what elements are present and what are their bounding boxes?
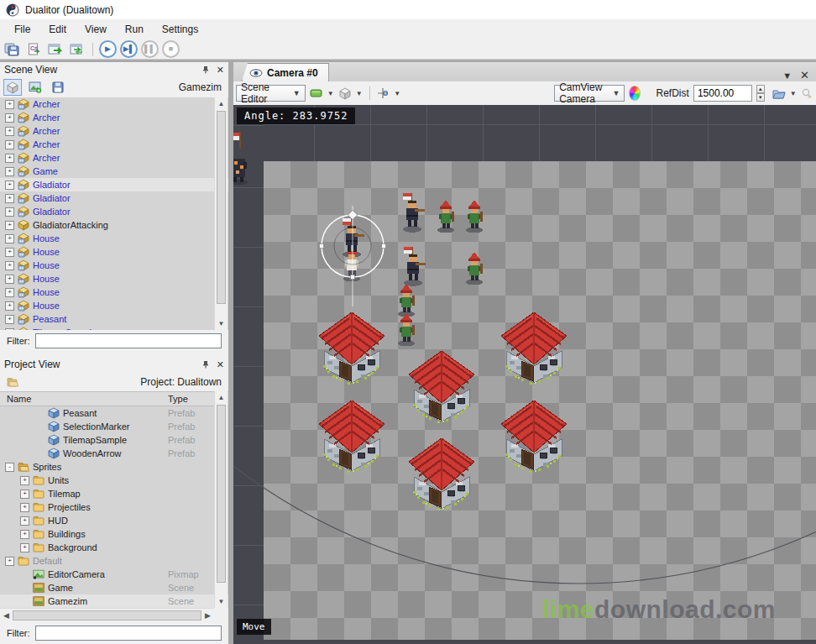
- expander-plus-icon[interactable]: +: [20, 476, 29, 485]
- expander-plus-icon[interactable]: +: [20, 516, 29, 526]
- project-tree-row[interactable]: SelectionMarkerPrefab: [0, 420, 228, 433]
- scene-tree-row[interactable]: +Archer: [0, 124, 228, 138]
- dropdown-caret-icon[interactable]: ▼: [394, 90, 400, 97]
- project-tree-row[interactable]: +Buildings: [0, 527, 228, 541]
- project-tree-row[interactable]: +Units: [0, 474, 228, 487]
- background-color-picker[interactable]: [629, 86, 640, 101]
- scrollbar-thumb[interactable]: [217, 405, 226, 583]
- project-tree-row[interactable]: +Background: [0, 541, 228, 554]
- pin-icon[interactable]: [201, 360, 210, 369]
- run-sandbox-button[interactable]: ▶: [99, 40, 117, 58]
- expander-plus-icon[interactable]: +: [5, 315, 14, 324]
- menu-run[interactable]: Run: [116, 20, 153, 39]
- scene-tree-row[interactable]: +House: [0, 299, 228, 312]
- dropdown-caret-icon[interactable]: ▼: [327, 90, 334, 97]
- scrollbar-thumb[interactable]: [217, 111, 226, 304]
- column-name[interactable]: Name: [0, 394, 31, 404]
- expander-plus-icon[interactable]: +: [5, 100, 14, 109]
- close-icon[interactable]: ✕: [217, 360, 224, 369]
- refdist-spinner[interactable]: ▲ ▼: [756, 85, 765, 102]
- expander-plus-icon[interactable]: +: [5, 301, 14, 311]
- project-hscrollbar[interactable]: ◀ ▶: [0, 608, 214, 621]
- expander-plus-icon[interactable]: +: [5, 275, 14, 284]
- expander-plus-icon[interactable]: +: [5, 140, 14, 149]
- scene-tree-scrollbar[interactable]: ▲ ▼: [214, 97, 228, 330]
- stop-sandbox-button[interactable]: ■: [162, 40, 180, 58]
- project-tree-row[interactable]: WoodenArrowPrefab: [0, 447, 228, 460]
- scene-tree-row[interactable]: +Gladiator: [0, 191, 228, 205]
- scene-tree-row[interactable]: +Archer: [0, 138, 228, 151]
- project-tree-row[interactable]: -Sprites: [0, 460, 228, 474]
- scene-tree-row[interactable]: +Archer: [0, 97, 228, 111]
- refdist-input[interactable]: [693, 85, 752, 102]
- snap-grid-button[interactable]: [376, 85, 390, 102]
- project-tree-row[interactable]: PeasantPrefab: [0, 406, 228, 420]
- scroll-down-icon[interactable]: ▼: [215, 317, 228, 330]
- project-tree-row[interactable]: TilemapSamplePrefab: [0, 433, 228, 447]
- expander-plus-icon[interactable]: +: [5, 248, 14, 257]
- project-tree-row[interactable]: GamezimScene: [0, 594, 228, 608]
- scene-filter-input[interactable]: [35, 333, 222, 348]
- project-tree-row[interactable]: EditorCameraPixmap: [0, 568, 228, 581]
- scroll-down-icon[interactable]: ▼: [215, 595, 228, 608]
- spin-down-icon[interactable]: ▼: [756, 93, 765, 102]
- project-tree-row[interactable]: +Projectiles: [0, 500, 228, 514]
- expander-plus-icon[interactable]: +: [5, 181, 14, 190]
- gameobject-mode-button[interactable]: [3, 79, 22, 96]
- scene-tree-row[interactable]: +House: [0, 232, 228, 245]
- scene-tree-row[interactable]: +Peasant: [0, 312, 228, 326]
- pin-icon[interactable]: [201, 65, 210, 74]
- expander-plus-icon[interactable]: +: [5, 113, 14, 123]
- publish-game-button[interactable]: [46, 41, 65, 58]
- menu-edit[interactable]: Edit: [39, 20, 76, 39]
- project-filter-input[interactable]: [35, 626, 222, 641]
- menu-settings[interactable]: Settings: [153, 20, 207, 39]
- scene-tree-row[interactable]: +Gladiator: [0, 205, 228, 218]
- scene-tree-row[interactable]: +Archer: [0, 111, 228, 124]
- tab-list-dropdown-icon[interactable]: ▼: [782, 71, 792, 81]
- scene-viewport[interactable]: Angle: 283.9752 Move limedownload.com: [233, 105, 816, 644]
- focus-object-button[interactable]: [801, 85, 813, 102]
- tab-camera-0[interactable]: Camera #0: [242, 63, 329, 81]
- column-type[interactable]: Type: [168, 394, 188, 404]
- scene-tree-row[interactable]: +Game: [0, 165, 228, 178]
- scene-tree-row[interactable]: +House: [0, 285, 228, 299]
- object-visibility-button[interactable]: [338, 85, 352, 102]
- scene-tree-row[interactable]: +House: [0, 245, 228, 259]
- dropdown-caret-icon[interactable]: ▼: [790, 90, 797, 97]
- expander-plus-icon[interactable]: +: [20, 503, 29, 512]
- project-tree-scrollbar[interactable]: ▲ ▼: [214, 391, 228, 608]
- open-source-code-button[interactable]: [24, 41, 43, 58]
- scene-tree-row[interactable]: +House: [0, 272, 228, 285]
- camera-select[interactable]: CamView Camera ▼: [554, 85, 625, 102]
- project-tree-row[interactable]: +Tilemap: [0, 487, 228, 500]
- scene-tree-row[interactable]: +Archer: [0, 151, 228, 165]
- scroll-up-icon[interactable]: ▲: [215, 97, 228, 110]
- expander-plus-icon[interactable]: +: [5, 234, 14, 243]
- menu-view[interactable]: View: [76, 20, 116, 39]
- expander-plus-icon[interactable]: +: [20, 530, 29, 539]
- expander-plus-icon[interactable]: +: [5, 557, 14, 566]
- import-asset-button[interactable]: [3, 374, 22, 390]
- save-all-button[interactable]: [3, 41, 21, 58]
- dropdown-caret-icon[interactable]: ▼: [356, 90, 363, 97]
- spin-up-icon[interactable]: ▲: [756, 85, 765, 93]
- menu-file[interactable]: File: [5, 20, 39, 39]
- expander-plus-icon[interactable]: +: [5, 288, 14, 297]
- layer-visibility-button[interactable]: [310, 85, 323, 102]
- scene-tree-row[interactable]: +Gladiator: [0, 178, 228, 191]
- expander-plus-icon[interactable]: +: [5, 261, 14, 270]
- pause-sandbox-button[interactable]: ▌▌: [141, 40, 159, 58]
- reimport-button[interactable]: [68, 41, 86, 58]
- expander-plus-icon[interactable]: +: [5, 207, 14, 217]
- expander-minus-icon[interactable]: -: [5, 463, 14, 472]
- scroll-up-icon[interactable]: ▲: [215, 391, 228, 404]
- expander-plus-icon[interactable]: +: [20, 490, 29, 499]
- new-scene-button[interactable]: [26, 79, 44, 96]
- render-setup-button[interactable]: [772, 85, 786, 102]
- expander-plus-icon[interactable]: +: [5, 127, 14, 136]
- project-tree-row[interactable]: +HUD: [0, 514, 228, 527]
- expander-plus-icon[interactable]: +: [5, 221, 14, 230]
- expander-plus-icon[interactable]: +: [5, 154, 14, 163]
- step-sandbox-button[interactable]: ▶▌: [120, 40, 138, 58]
